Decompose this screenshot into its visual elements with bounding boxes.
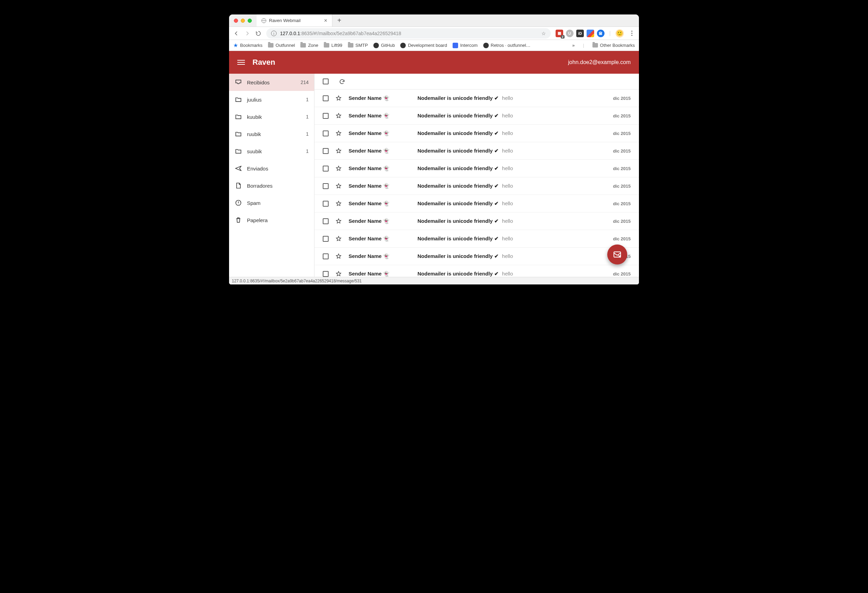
intercom-icon	[453, 43, 458, 48]
back-button[interactable]	[233, 30, 239, 37]
star-icon[interactable]	[335, 113, 342, 119]
star-icon[interactable]	[335, 218, 342, 224]
star-icon[interactable]	[335, 183, 342, 189]
message-row[interactable]: Sender Name 👻Nodemailer is unicode frien…	[314, 125, 639, 142]
url-text: 127.0.0.1:8635/#!/mailbox/5e2a9b67ab7ea4…	[280, 31, 401, 36]
bookmark-item[interactable]: GitHub	[373, 43, 395, 48]
extension-icon[interactable]: U	[566, 30, 574, 37]
message-checkbox[interactable]	[323, 271, 329, 277]
star-icon[interactable]	[335, 148, 342, 154]
message-checkbox[interactable]	[323, 166, 329, 171]
message-checkbox[interactable]	[323, 95, 329, 101]
bookmark-star-icon[interactable]: ☆	[542, 31, 546, 36]
send-icon	[235, 165, 242, 172]
url-port: :8635	[300, 31, 312, 36]
extension-icon[interactable]: iD	[576, 30, 584, 37]
message-list[interactable]: Sender Name 👻Nodemailer is unicode frien…	[314, 90, 639, 277]
star-icon[interactable]	[335, 165, 342, 171]
browser-tab[interactable]: Raven Webmail ×	[257, 15, 332, 27]
bookmark-folder[interactable]: Outfunnel	[268, 43, 295, 48]
sidebar-item-juulius[interactable]: juulius1	[229, 91, 314, 108]
address-bar[interactable]: i 127.0.0.1:8635/#!/mailbox/5e2a9b67ab7e…	[266, 28, 551, 38]
message-checkbox[interactable]	[323, 254, 329, 259]
status-text: 127.0.0.1:8635/#!/mailbox/5e2a9b67ab7ea4…	[232, 279, 362, 283]
refresh-button[interactable]	[339, 78, 345, 85]
zoom-window-button[interactable]	[248, 19, 252, 23]
message-row[interactable]: Sender Name 👻Nodemailer is unicode frien…	[314, 230, 639, 248]
message-subject-preview: Nodemailer is unicode friendly ✔hello	[418, 130, 513, 136]
close-tab-button[interactable]: ×	[324, 18, 327, 24]
message-subject-preview: Nodemailer is unicode friendly ✔hello	[418, 218, 513, 224]
sidebar-item-label: Recibidos	[247, 80, 270, 86]
message-checkbox[interactable]	[323, 236, 329, 242]
browser-menu-button[interactable]	[629, 31, 635, 36]
star-icon[interactable]	[335, 201, 342, 207]
bookmark-folder[interactable]: Zone	[300, 43, 318, 48]
message-row[interactable]: Sender Name 👻Nodemailer is unicode frien…	[314, 195, 639, 212]
message-checkbox[interactable]	[323, 183, 329, 189]
sidebar-item-recibidos[interactable]: Recibidos214	[229, 74, 314, 91]
bookmark-folder[interactable]: SMTP	[348, 43, 368, 48]
message-row[interactable]: Sender Name 👻Nodemailer is unicode frien…	[314, 160, 639, 177]
folder-icon	[324, 43, 329, 47]
message-checkbox[interactable]	[323, 218, 329, 224]
message-preview: hello	[502, 113, 513, 118]
new-tab-button[interactable]: +	[332, 15, 346, 27]
message-subject: Nodemailer is unicode friendly ✔	[418, 148, 499, 153]
compose-icon	[613, 250, 622, 259]
sidebar-item-spam[interactable]: Spam	[229, 194, 314, 211]
sidebar-item-borradores[interactable]: Borradores	[229, 177, 314, 194]
message-subject-preview: Nodemailer is unicode friendly ✔hello	[418, 148, 513, 154]
sidebar-item-ruubik[interactable]: ruubik1	[229, 125, 314, 143]
sidebar-item-kuubik[interactable]: kuubik1	[229, 108, 314, 125]
message-preview: hello	[502, 218, 513, 224]
extension-icon[interactable]: 🏛	[597, 30, 604, 37]
user-email[interactable]: john.doe2@example.com	[568, 59, 631, 65]
message-checkbox[interactable]	[323, 148, 329, 154]
compose-button[interactable]	[607, 245, 627, 264]
bookmark-item[interactable]: Development board	[400, 43, 447, 48]
message-sender: Sender Name 👻	[348, 165, 410, 171]
message-row[interactable]: Sender Name 👻Nodemailer is unicode frien…	[314, 142, 639, 160]
bookmarks-root[interactable]: ★Bookmarks	[233, 42, 263, 49]
message-row[interactable]: Sender Name 👻Nodemailer is unicode frien…	[314, 248, 639, 265]
message-date: dic 2015	[613, 219, 631, 224]
bookmarks-overflow-button[interactable]: »	[572, 43, 574, 48]
message-checkbox[interactable]	[323, 131, 329, 136]
star-icon[interactable]	[335, 130, 342, 136]
sidebar-item-label: Spam	[247, 200, 260, 206]
message-row[interactable]: Sender Name 👻Nodemailer is unicode frien…	[314, 265, 639, 277]
message-subject-preview: Nodemailer is unicode friendly ✔hello	[418, 183, 513, 189]
menu-button[interactable]	[237, 60, 245, 65]
message-row[interactable]: Sender Name 👻Nodemailer is unicode frien…	[314, 107, 639, 125]
star-icon[interactable]	[335, 236, 342, 242]
select-all-checkbox[interactable]	[323, 78, 329, 84]
message-row[interactable]: Sender Name 👻Nodemailer is unicode frien…	[314, 90, 639, 107]
minimize-window-button[interactable]	[241, 19, 245, 23]
message-subject: Nodemailer is unicode friendly ✔	[418, 130, 499, 136]
sidebar-item-papelera[interactable]: Papelera	[229, 211, 314, 229]
bookmark-folder[interactable]: Lift99	[324, 43, 342, 48]
bookmark-item[interactable]: Retros · outfunnel…	[483, 43, 531, 48]
extension-icon[interactable]: ▦2	[556, 30, 563, 37]
message-row[interactable]: Sender Name 👻Nodemailer is unicode frien…	[314, 177, 639, 195]
message-row[interactable]: Sender Name 👻Nodemailer is unicode frien…	[314, 212, 639, 230]
other-bookmarks[interactable]: Other Bookmarks	[592, 43, 635, 48]
message-checkbox[interactable]	[323, 113, 329, 119]
sidebar-item-enviados[interactable]: Enviados	[229, 160, 314, 177]
star-icon[interactable]	[335, 253, 342, 259]
message-date: dic 2015	[613, 236, 631, 241]
star-icon[interactable]	[335, 271, 342, 277]
star-icon[interactable]	[335, 95, 342, 101]
close-window-button[interactable]	[234, 19, 238, 23]
message-checkbox[interactable]	[323, 201, 329, 207]
site-info-icon[interactable]: i	[271, 31, 277, 36]
trash-icon	[235, 216, 242, 224]
sidebar-item-suubik[interactable]: suubik1	[229, 143, 314, 160]
forward-button[interactable]	[244, 30, 250, 37]
extension-icon[interactable]	[587, 30, 594, 37]
sidebar-item-label: suubik	[247, 148, 262, 154]
bookmark-item[interactable]: Intercom	[453, 43, 478, 48]
reload-button[interactable]	[255, 30, 261, 37]
profile-avatar[interactable]: 🙂	[616, 29, 624, 38]
